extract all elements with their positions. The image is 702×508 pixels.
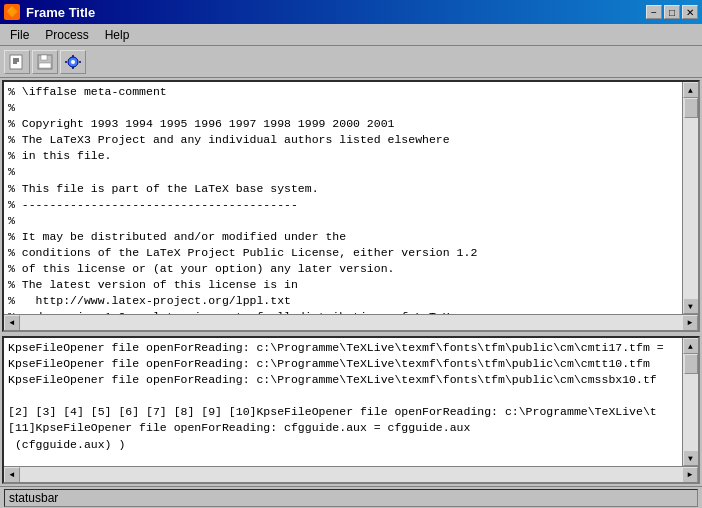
bottom-panel-content[interactable]: KpseFileOpener file openForReading: c:\P…: [4, 338, 682, 466]
scroll-track-bottom[interactable]: [683, 354, 698, 450]
menu-help[interactable]: Help: [97, 26, 138, 44]
bottom-panel-scrollbar-v[interactable]: ▲ ▼: [682, 338, 698, 466]
scroll-left-button-bottom[interactable]: ◄: [4, 467, 20, 483]
svg-point-8: [71, 60, 75, 64]
title-bar-left: 🔶 Frame Title: [4, 4, 95, 20]
scroll-track-h-bottom[interactable]: [20, 467, 682, 482]
window-title: Frame Title: [26, 5, 95, 20]
scroll-track-h-top[interactable]: [20, 315, 682, 330]
scroll-right-button-bottom[interactable]: ►: [682, 467, 698, 483]
status-text: statusbar: [4, 489, 698, 507]
scroll-up-button-bottom[interactable]: ▲: [683, 338, 699, 354]
top-panel-wrapper: % \iffalse meta-comment % % Copyright 19…: [4, 82, 698, 314]
top-panel-content[interactable]: % \iffalse meta-comment % % Copyright 19…: [4, 82, 682, 314]
top-panel-scrollbar-v[interactable]: ▲ ▼: [682, 82, 698, 314]
scroll-up-button[interactable]: ▲: [683, 82, 699, 98]
svg-rect-5: [41, 55, 47, 60]
menu-bar: File Process Help: [0, 24, 702, 46]
bottom-panel-wrapper: KpseFileOpener file openForReading: c:\P…: [4, 338, 698, 466]
app-icon: 🔶: [4, 4, 20, 20]
scroll-left-button-top[interactable]: ◄: [4, 315, 20, 331]
status-bar: statusbar: [0, 486, 702, 508]
toolbar-save-button[interactable]: [32, 50, 58, 74]
bottom-panel-scrollbar-h[interactable]: ◄ ►: [4, 466, 698, 482]
top-panel: % \iffalse meta-comment % % Copyright 19…: [2, 80, 700, 332]
bottom-panel: KpseFileOpener file openForReading: c:\P…: [2, 336, 700, 484]
scroll-right-button-top[interactable]: ►: [682, 315, 698, 331]
maximize-button[interactable]: □: [664, 5, 680, 19]
window-controls: − □ ✕: [646, 5, 698, 19]
title-bar: 🔶 Frame Title − □ ✕: [0, 0, 702, 24]
svg-rect-6: [39, 63, 51, 68]
svg-rect-0: [10, 55, 22, 69]
minimize-button[interactable]: −: [646, 5, 662, 19]
scroll-down-button-bottom[interactable]: ▼: [683, 450, 699, 466]
scroll-track-top[interactable]: [683, 98, 698, 298]
toolbar-settings-button[interactable]: [60, 50, 86, 74]
menu-file[interactable]: File: [2, 26, 37, 44]
scroll-down-button[interactable]: ▼: [683, 298, 699, 314]
scroll-thumb-bottom[interactable]: [684, 354, 698, 374]
main-area: % \iffalse meta-comment % % Copyright 19…: [0, 78, 702, 486]
toolbar-new-button[interactable]: [4, 50, 30, 74]
top-panel-scrollbar-h[interactable]: ◄ ►: [4, 314, 698, 330]
close-button[interactable]: ✕: [682, 5, 698, 19]
scroll-thumb-top[interactable]: [684, 98, 698, 118]
menu-process[interactable]: Process: [37, 26, 96, 44]
toolbar: [0, 46, 702, 78]
